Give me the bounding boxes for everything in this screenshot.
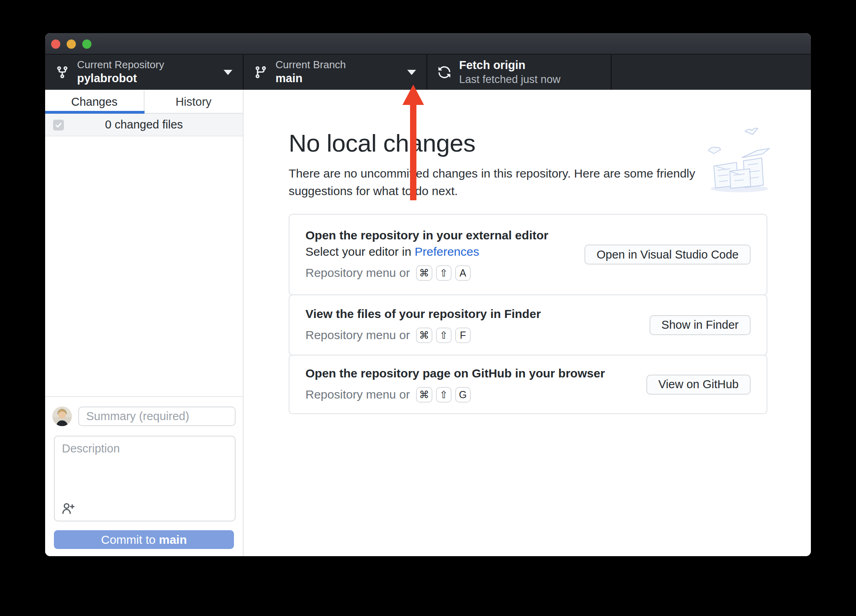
window-titlebar[interactable] — [45, 33, 811, 55]
git-fork-icon — [55, 65, 69, 79]
sync-icon — [438, 65, 451, 79]
key-shift: ⇧ — [436, 328, 452, 343]
avatar — [52, 407, 72, 426]
fetch-origin-title: Fetch origin — [459, 58, 561, 73]
git-branch-icon — [254, 65, 268, 79]
shortcut-row: Repository menu or ⌘ ⇧ F — [305, 328, 541, 343]
current-branch-value: main — [275, 71, 346, 86]
card-view-on-github: Open the repository page on GitHub in yo… — [289, 355, 767, 414]
fetch-origin-subtitle: Last fetched just now — [459, 73, 561, 87]
current-branch-label: Current Branch — [275, 58, 346, 71]
checkmark-icon — [55, 121, 62, 129]
card-open-external-editor: Open the repository in your external edi… — [289, 214, 767, 295]
current-repository-value: pylabrobot — [77, 71, 164, 86]
key-command: ⌘ — [416, 265, 432, 281]
commit-summary-input[interactable] — [78, 407, 236, 426]
shortcut-row: Repository menu or ⌘ ⇧ G — [305, 387, 605, 403]
commit-button-prefix: Commit to — [101, 533, 159, 546]
suggestion-cards: Open the repository in your external edi… — [289, 214, 767, 414]
github-desktop-window: Current Repository pylabrobot Current Br… — [45, 33, 811, 556]
key-shift: ⇧ — [436, 265, 452, 281]
card-subtitle: Select your editor in Preferences — [305, 245, 548, 259]
minimize-window-button[interactable] — [67, 39, 76, 49]
shortcut-prefix: Repository menu or — [305, 328, 410, 342]
person-add-icon — [61, 501, 75, 515]
current-branch-dropdown[interactable]: Current Branch main — [244, 55, 427, 90]
card-subtitle-text: Select your editor in — [305, 245, 414, 258]
chevron-down-icon — [407, 70, 416, 75]
page-subtitle: There are no uncommitted changes in this… — [289, 165, 698, 199]
open-in-vscode-button[interactable]: Open in Visual Studio Code — [585, 245, 751, 265]
page-title: No local changes — [289, 129, 476, 157]
changed-files-header: 0 changed files — [45, 114, 243, 136]
close-window-button[interactable] — [51, 39, 60, 49]
shortcut-prefix: Repository menu or — [305, 266, 410, 280]
current-repository-label: Current Repository — [77, 58, 164, 71]
shortcut-prefix: Repository menu or — [305, 388, 410, 401]
key-shift: ⇧ — [436, 387, 452, 403]
key-letter: A — [455, 265, 471, 281]
key-command: ⌘ — [416, 387, 432, 403]
zoom-window-button[interactable] — [82, 39, 91, 49]
show-in-finder-button[interactable]: Show in Finder — [650, 315, 751, 335]
shortcut-row: Repository menu or ⌘ ⇧ A — [305, 265, 548, 281]
card-title: Open the repository page on GitHub in yo… — [305, 367, 605, 380]
key-letter: F — [455, 328, 471, 343]
tab-changes[interactable]: Changes — [45, 91, 144, 114]
no-local-changes-panel: No local changes There are no uncommitte… — [244, 91, 811, 556]
toolbar: Current Repository pylabrobot Current Br… — [45, 55, 811, 90]
preferences-link[interactable]: Preferences — [414, 245, 479, 258]
select-all-checkbox[interactable] — [53, 120, 64, 130]
card-title: View the files of your repository in Fin… — [305, 307, 541, 321]
active-tab-indicator — [45, 111, 145, 114]
desktop-background: Current Repository pylabrobot Current Br… — [0, 0, 856, 616]
changed-files-count: 0 changed files — [105, 118, 183, 131]
commit-form: Commit to main — [45, 396, 243, 556]
chevron-down-icon — [224, 70, 232, 75]
commit-description-box — [54, 436, 236, 521]
sidebar-tabs: Changes History — [45, 91, 243, 114]
commit-button-branch: main — [159, 533, 187, 546]
changes-sidebar: Changes History 0 changed files — [45, 91, 244, 556]
toolbar-filler — [612, 55, 811, 90]
commit-to-main-button[interactable]: Commit to main — [54, 530, 234, 549]
fetch-origin-button[interactable]: Fetch origin Last fetched just now — [427, 55, 612, 90]
card-title: Open the repository in your external edi… — [305, 229, 548, 242]
commit-description-input[interactable] — [55, 436, 235, 496]
current-repository-dropdown[interactable]: Current Repository pylabrobot — [45, 55, 244, 90]
add-coauthor-button[interactable] — [61, 501, 75, 516]
empty-state-illustration — [707, 126, 775, 195]
key-letter: G — [455, 387, 471, 403]
card-view-in-finder: View the files of your repository in Fin… — [289, 294, 767, 355]
tab-history[interactable]: History — [144, 91, 243, 114]
view-on-github-button[interactable]: View on GitHub — [646, 375, 751, 395]
key-command: ⌘ — [416, 328, 432, 343]
